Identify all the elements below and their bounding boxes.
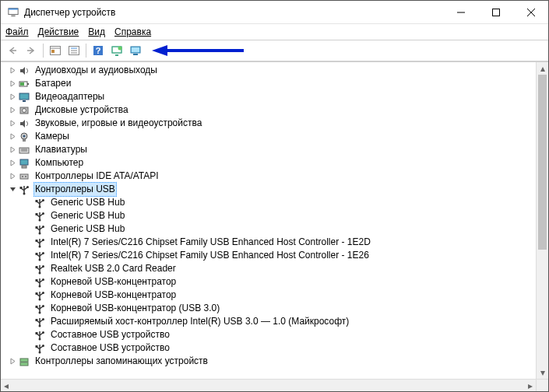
category-node[interactable]: Контроллеры IDE ATA/ATAPI [1, 170, 536, 183]
horizontal-scrollbar[interactable]: ◂▸ [1, 379, 536, 391]
app-icon [7, 6, 19, 19]
device-node[interactable]: Generic USB Hub [1, 222, 536, 236]
category-label: Контроллеры IDE ATA/ATAPI [33, 170, 160, 183]
device-node[interactable]: Составное USB устройство [1, 341, 536, 355]
menu-view[interactable]: Вид [88, 26, 105, 37]
svg-point-43 [25, 176, 26, 177]
usb-icon [33, 289, 46, 302]
category-node[interactable]: Клавиатуры [1, 143, 536, 156]
device-label: Generic USB Hub [49, 222, 126, 236]
titlebar: Диспетчер устройств [1, 1, 548, 24]
device-node[interactable]: Realtek USB 2.0 Card Reader [1, 262, 536, 275]
keyboard-icon [18, 144, 30, 156]
category-node[interactable]: Аудиовходы и аудиовыходы [1, 64, 536, 77]
category-node[interactable]: Батареи [1, 77, 536, 90]
svg-rect-47 [20, 187, 23, 189]
usb-icon [33, 210, 46, 222]
device-label: Realtek USB 2.0 Card Reader [49, 262, 178, 275]
chevron-down-icon[interactable] [7, 186, 18, 193]
toolbar-separator [86, 44, 86, 58]
tree-panel: Аудиовходы и аудиовыходыБатареиВидеоадап… [1, 61, 548, 391]
scan-hardware-button[interactable] [108, 42, 125, 59]
device-label: Корневой USB-концентратор [49, 275, 178, 289]
svg-point-34 [23, 135, 26, 137]
chevron-right-icon[interactable] [7, 146, 18, 153]
menu-file[interactable]: Файл [5, 26, 29, 37]
chevron-right-icon[interactable] [7, 159, 18, 166]
device-node[interactable]: Корневой USB-концентратор [1, 289, 536, 302]
device-node[interactable]: Intel(R) 7 Series/C216 Chipset Family US… [1, 249, 536, 262]
category-node[interactable]: Контроллеры запоминающих устройств [1, 355, 536, 368]
category-label: Батареи [33, 77, 72, 90]
svg-point-85 [42, 265, 44, 268]
svg-rect-4 [492, 9, 499, 16]
nav-forward-button[interactable] [23, 42, 40, 59]
chevron-right-icon[interactable] [7, 67, 18, 74]
svg-rect-83 [36, 266, 38, 268]
usb-icon [33, 197, 46, 209]
svg-point-61 [42, 212, 44, 215]
usb-icon [33, 316, 46, 328]
usb-icon [33, 342, 46, 355]
menu-help[interactable]: Справка [114, 26, 151, 37]
close-button[interactable] [513, 1, 548, 24]
device-label: Составное USB устройство [49, 328, 171, 341]
nav-back-button[interactable] [4, 42, 21, 59]
device-node[interactable]: Составное USB устройство [1, 328, 536, 341]
chevron-right-icon[interactable] [7, 133, 18, 140]
svg-rect-28 [20, 82, 24, 86]
category-node[interactable]: Контроллеры USB [1, 183, 536, 196]
category-node[interactable]: Камеры [1, 130, 536, 143]
properties-button[interactable] [65, 42, 83, 59]
device-node[interactable]: Корневой USB-концентратор [1, 275, 536, 289]
device-tree[interactable]: Аудиовходы и аудиовыходыБатареиВидеоадап… [1, 62, 536, 379]
device-node[interactable]: Generic USB Hub [1, 196, 536, 209]
category-node[interactable]: Дисковые устройства [1, 103, 536, 117]
category-node[interactable]: Компьютер [1, 156, 536, 170]
vertical-scrollbar[interactable]: ▴ ▾ [536, 62, 548, 379]
audio-icon [18, 65, 30, 77]
minimize-button[interactable] [443, 1, 478, 24]
scroll-thumb[interactable] [538, 75, 547, 250]
chevron-right-icon[interactable] [7, 173, 18, 180]
svg-point-32 [23, 108, 26, 112]
help-button[interactable]: ? [90, 42, 107, 59]
chevron-right-icon[interactable] [7, 120, 18, 127]
svg-rect-30 [23, 100, 26, 102]
category-label: Контроллеры запоминающих устройств [33, 355, 209, 368]
svg-rect-107 [36, 319, 38, 321]
category-node[interactable]: Видеоадаптеры [1, 90, 536, 103]
svg-marker-25 [152, 45, 167, 56]
chevron-right-icon[interactable] [7, 358, 18, 365]
device-node[interactable]: Расширяемый хост-контроллер Intel(R) USB… [1, 315, 536, 328]
category-label: Дисковые устройства [33, 103, 130, 117]
menu-action[interactable]: Действие [38, 26, 79, 37]
chevron-right-icon[interactable] [7, 93, 18, 100]
device-node[interactable]: Корневой USB-концентратор (USB 3.0) [1, 302, 536, 315]
svg-rect-35 [23, 139, 26, 142]
add-legacy-button[interactable] [127, 42, 144, 59]
scroll-down-icon[interactable]: ▾ [537, 366, 548, 379]
show-hidden-button[interactable] [47, 42, 64, 59]
svg-rect-22 [132, 47, 139, 52]
chevron-right-icon[interactable] [7, 107, 18, 114]
svg-rect-113 [36, 332, 38, 334]
category-label: Компьютер [33, 156, 85, 170]
chevron-right-icon[interactable] [7, 80, 18, 87]
category-node[interactable]: Звуковые, игровые и видеоустройства [1, 117, 536, 130]
svg-point-20 [118, 47, 122, 51]
device-node[interactable]: Generic USB Hub [1, 209, 536, 222]
scroll-up-icon[interactable]: ▴ [537, 62, 548, 75]
maximize-button[interactable] [478, 1, 513, 24]
ide-icon [18, 170, 30, 183]
usb-icon [18, 184, 30, 196]
svg-text:?: ? [96, 46, 101, 55]
window-title: Диспетчер устройств [24, 7, 443, 18]
category-label: Камеры [33, 130, 71, 143]
device-node[interactable]: Intel(R) 7 Series/C216 Chipset Family US… [1, 236, 536, 249]
battery-icon [18, 78, 30, 90]
camera-icon [18, 131, 30, 143]
toolbar-separator [43, 44, 44, 58]
svg-rect-11 [51, 50, 55, 53]
svg-rect-29 [19, 93, 29, 100]
